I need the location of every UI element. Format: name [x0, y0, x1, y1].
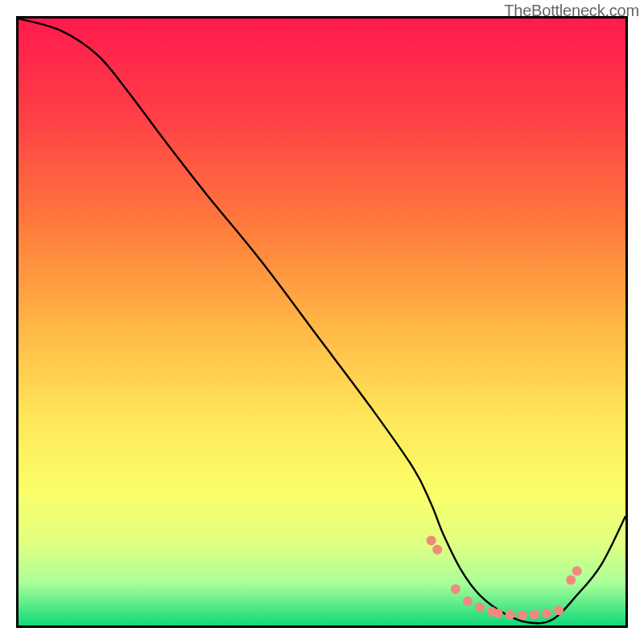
- marker-dot: [518, 610, 527, 620]
- curve-layer: [19, 19, 625, 625]
- marker-dot: [542, 609, 551, 618]
- chart-container: TheBottleneck.com: [0, 0, 644, 644]
- marker-dot: [572, 566, 582, 576]
- marker-dot: [427, 535, 436, 545]
- marker-dot: [554, 605, 564, 615]
- marker-dot: [530, 609, 539, 619]
- plot-area: [16, 16, 628, 628]
- bottleneck-curve: [19, 19, 625, 623]
- marker-dot: [566, 575, 576, 584]
- watermark-text: TheBottleneck.com: [504, 2, 639, 20]
- marker-dot: [493, 609, 503, 618]
- marker-dot: [475, 602, 485, 612]
- marker-dot: [451, 584, 460, 594]
- marker-dot: [463, 597, 473, 606]
- marker-dot: [506, 609, 515, 619]
- marker-dot: [432, 545, 442, 555]
